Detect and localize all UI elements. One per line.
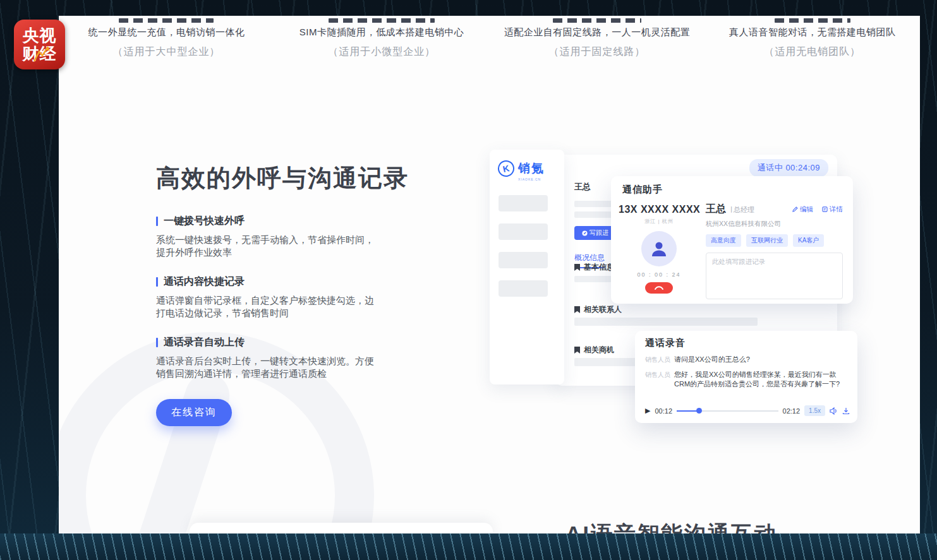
blue-bar-icon — [156, 277, 158, 287]
plan-feature-text: 统一外显统一充值，电销访销一体化 — [59, 27, 274, 39]
section-related-contacts[interactable]: 相关联系人 — [574, 304, 622, 315]
tag: 互联网行业 — [746, 234, 788, 247]
plan-column-2: SIM卡随插随用，低成本搭建电销中心 （适用于小微型企业） — [274, 18, 490, 59]
feature-title-row: 一键拨号快速外呼 — [156, 215, 396, 228]
volume-icon[interactable] — [830, 407, 838, 415]
speaker-label: 销售人员 — [645, 370, 674, 389]
progress-played — [677, 410, 699, 412]
plan-column-3: 适配企业自有固定线路，一人一机灵活配置 （适用于固定线路） — [490, 18, 705, 59]
feature-title: 通话录音自动上传 — [164, 336, 245, 349]
detail-icon — [822, 206, 828, 212]
brand-domain: XIAOKE.CN — [518, 177, 545, 181]
feature-description: 系统一键快速拨号，无需手动输入，节省操作时间，提升外呼作业效率 — [156, 234, 381, 259]
plan-columns: 统一外显统一充值，电销访销一体化 （适用于大中型企业） SIM卡随插随用，低成本… — [59, 16, 920, 59]
call-timer: 00 : 00 : 24 — [619, 271, 699, 278]
transcript-row: 销售人员 请问是XX公司的王总么? — [645, 355, 849, 364]
cctv-logo-line1: 央视 — [23, 27, 57, 45]
contact-name: 王总 — [706, 203, 726, 216]
section-label: 相关商机 — [584, 345, 614, 355]
playback-speed-button[interactable]: 1.5x — [804, 405, 825, 416]
stock-arrow-icon — [33, 45, 52, 63]
broadcast-background-bottom-streaks — [0, 533, 937, 560]
placeholder-bar — [574, 318, 758, 326]
webpage-viewport: 统一外显统一充值，电销访销一体化 （适用于大中型企业） SIM卡随插随用，低成本… — [59, 16, 920, 533]
total-time: 02:12 — [783, 407, 801, 415]
transcript-text: 您好，我是XX公司的销售经理张某，最近我们有一款CRM的产品特别适合贵公司，您是… — [674, 370, 849, 389]
brand-k-icon: K — [497, 159, 516, 179]
phone-number: 13X XXXX XXXX — [619, 204, 699, 215]
progress-track[interactable] — [677, 410, 778, 412]
play-icon[interactable]: ▶ — [645, 407, 650, 415]
person-icon — [650, 239, 668, 258]
plan-feature-text: 真人语音智能对话，无需搭建电销团队 — [704, 27, 920, 39]
write-followup-label: 写跟进 — [589, 229, 608, 237]
call-status-badge: 通话中 00:24:09 — [749, 159, 828, 177]
transcript-row: 销售人员 您好，我是XX公司的销售经理张某，最近我们有一款CRM的产品特别适合贵… — [645, 370, 849, 389]
plan-applicable-text: （适用无电销团队） — [704, 45, 920, 59]
bookmark-icon — [574, 347, 580, 354]
plan-column-1: 统一外显统一充值，电销访销一体化 （适用于大中型企业） — [59, 18, 274, 59]
menu-placeholder — [499, 280, 548, 297]
call-recording-panel: 通话录音 销售人员 请问是XX公司的王总么? 销售人员 您好，我是XX公司的销售… — [635, 331, 857, 423]
speaker-label: 销售人员 — [645, 355, 674, 364]
feature-title-row: 通话内容快捷记录 — [156, 275, 396, 289]
recording-transcript: 销售人员 请问是XX公司的王总么? 销售人员 您好，我是XX公司的销售经理张某，… — [645, 355, 849, 395]
menu-placeholder — [499, 195, 548, 211]
plan-applicable-text: （适用于固定线路） — [490, 45, 705, 59]
section-label: 相关联系人 — [584, 304, 622, 315]
cutoff-heading-fragment — [553, 18, 641, 23]
feature-title-row: 通话录音自动上传 — [156, 336, 396, 349]
call-block: 13X XXXX XXXX 浙江 | 杭州 00 : 00 : 24 — [619, 204, 699, 294]
edit-icon — [792, 206, 798, 212]
pencil-icon — [582, 230, 588, 236]
plan-feature-text: 适配企业自有固定线路，一人一机灵活配置 — [490, 27, 705, 39]
feature-description: 通话弹窗自带记录框，自定义客户标签快捷勾选，边打电话边做记录，节省销售时间 — [156, 294, 381, 319]
plan-applicable-text: （适用于大中型企业） — [59, 45, 274, 59]
blue-bar-icon — [156, 217, 158, 226]
brand-name: 销氪 — [518, 160, 545, 177]
cutoff-heading-fragment — [329, 18, 435, 23]
section-related-opportunities[interactable]: 相关商机 — [574, 345, 614, 355]
menu-placeholder — [499, 252, 548, 268]
cutoff-heading-fragment — [775, 18, 850, 23]
contact-detail-block: 王总 ∣ 总经理 编辑 详情 杭州XX信息科技有限公司 — [706, 203, 843, 302]
bookmark-icon — [574, 264, 580, 271]
cutoff-heading-fragment — [119, 18, 214, 23]
communication-assistant-panel: 通信助手 13X XXXX XXXX 浙江 | 杭州 00 : 00 : 24 — [611, 176, 853, 304]
contact-tags: 高意向度 互联网行业 KA客户 — [706, 234, 843, 247]
blue-bar-icon — [156, 338, 158, 347]
hangup-button[interactable] — [645, 282, 673, 294]
online-consult-button[interactable]: 在线咨询 — [156, 399, 232, 426]
write-followup-button[interactable]: 写跟进 — [574, 226, 616, 240]
mockup-sidebar: K 销氪 XIAOKE.CN — [490, 150, 564, 384]
brand-logo: K 销氪 XIAOKE.CN — [490, 150, 564, 181]
section-basic-info[interactable]: 基本信息 — [574, 262, 614, 273]
detail-link[interactable]: 详情 — [822, 205, 843, 214]
download-icon[interactable] — [842, 407, 850, 415]
hangup-phone-icon — [654, 285, 664, 290]
hero-section: 高效的外呼与沟通记录 一键拨号快速外呼 系统一键快速拨号，无需手动输入，节省操作… — [156, 162, 396, 426]
feature-title: 一键拨号快速外呼 — [164, 215, 245, 228]
progress-handle[interactable] — [696, 408, 702, 414]
edit-link[interactable]: 编辑 — [792, 205, 813, 214]
plan-applicable-text: （适用于小微型企业） — [274, 45, 490, 59]
placeholder-bar — [574, 211, 614, 218]
plan-column-4: 真人语音智能对话，无需搭建电销团队 （适用无电销团队） — [704, 18, 920, 59]
brand-text: 销氪 XIAOKE.CN — [518, 160, 545, 181]
sidebar-menu-placeholders — [490, 181, 564, 297]
assistant-title: 通信助手 — [622, 184, 663, 196]
feature-item-1: 一键拨号快速外呼 系统一键快速拨号，无需手动输入，节省操作时间，提升外呼作业效率 — [156, 215, 396, 259]
next-section-title: AI语音智能沟通互动 — [565, 520, 778, 533]
tag: KA客户 — [793, 234, 824, 247]
plan-feature-text: SIM卡随插随用，低成本搭建电销中心 — [274, 27, 490, 39]
menu-placeholder — [499, 223, 548, 240]
feature-item-3: 通话录音自动上传 通话录音后台实时上传，一键转文本快速浏览。方便销售回溯沟通详情… — [156, 336, 396, 380]
avatar — [641, 231, 677, 266]
phone-location: 浙江 | 杭州 — [619, 218, 699, 225]
contact-links: 编辑 详情 — [792, 205, 843, 214]
current-time: 00:12 — [655, 407, 672, 415]
product-mockup: K 销氪 XIAOKE.CN 通话中 00:24:09 王总 — [490, 150, 857, 423]
followup-note-input[interactable] — [706, 253, 843, 299]
audio-player: ▶ 00:12 02:12 1.5x — [645, 405, 850, 416]
transcript-text: 请问是XX公司的王总么? — [674, 355, 750, 364]
